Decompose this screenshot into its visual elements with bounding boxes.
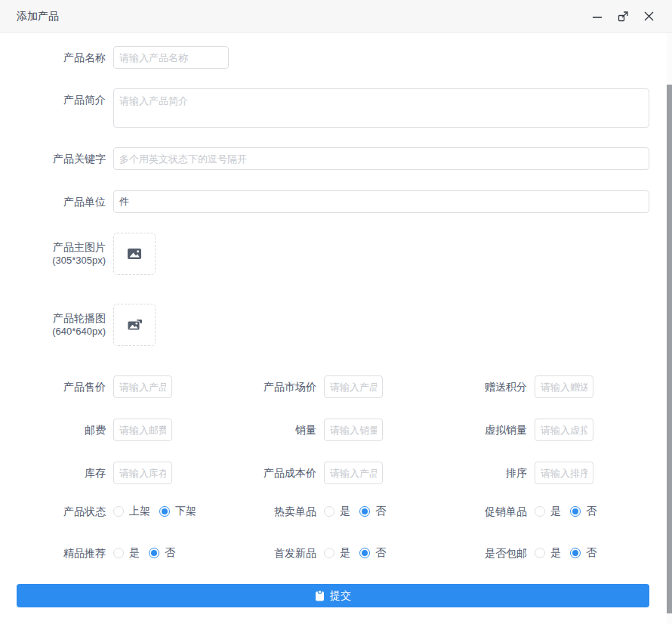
titlebar: 添加产品 bbox=[0, 0, 672, 33]
vertical-scrollbar[interactable] bbox=[667, 33, 672, 624]
radio-promo-yes[interactable]: 是 bbox=[535, 505, 561, 518]
main-image-row: 产品主图片 (305*305px) bbox=[17, 233, 649, 275]
product-keywords-label: 产品关键字 bbox=[17, 153, 106, 165]
radio-checked-icon bbox=[570, 506, 581, 517]
main-image-dims: (305*305px) bbox=[17, 254, 106, 267]
sort-input[interactable] bbox=[535, 462, 593, 484]
window-title: 添加产品 bbox=[17, 10, 59, 23]
virtual-sales-input[interactable] bbox=[535, 419, 593, 441]
main-image-label: 产品主图片 (305*305px) bbox=[17, 241, 106, 267]
sales-label: 销量 bbox=[227, 424, 316, 437]
free-shipping-group: 是否包邮 是 否 bbox=[438, 546, 649, 560]
radio-hot-no[interactable]: 否 bbox=[359, 505, 386, 518]
product-status-group: 产品状态 上架 下架 bbox=[17, 505, 227, 518]
stock-input[interactable] bbox=[113, 462, 172, 484]
product-status-label: 产品状态 bbox=[17, 505, 106, 518]
maximize-icon bbox=[618, 11, 629, 22]
cost-price-field: 产品成本价 bbox=[227, 462, 438, 484]
virtual-sales-field: 虚拟销量 bbox=[438, 419, 649, 441]
promo-item-group: 促销单品 是 否 bbox=[438, 505, 649, 518]
stock-row: 库存 产品成本价 排序 bbox=[17, 462, 649, 484]
clipboard-icon bbox=[315, 590, 325, 601]
carousel-image-upload[interactable] bbox=[113, 304, 156, 346]
cost-price-input[interactable] bbox=[324, 462, 383, 484]
minimize-button[interactable] bbox=[589, 8, 606, 25]
radio-label: 下架 bbox=[175, 505, 196, 518]
radio-label: 否 bbox=[375, 546, 386, 560]
radio-label: 否 bbox=[375, 505, 386, 518]
radio-featured-no[interactable]: 否 bbox=[149, 546, 175, 560]
radio-label: 是 bbox=[340, 546, 350, 560]
radio-label: 是 bbox=[550, 505, 561, 518]
images-stack-icon bbox=[126, 317, 143, 333]
hot-item-group: 热卖单品 是 否 bbox=[227, 505, 438, 518]
cost-price-label: 产品成本价 bbox=[227, 467, 316, 480]
maximize-button[interactable] bbox=[615, 8, 631, 25]
price-row: 产品售价 产品市场价 赠送积分 bbox=[17, 375, 649, 398]
close-button[interactable] bbox=[640, 8, 657, 25]
radio-checked-icon bbox=[359, 548, 370, 558]
radio-checked-icon bbox=[159, 506, 170, 517]
radio-checked-icon bbox=[149, 548, 159, 558]
radio-label: 否 bbox=[165, 546, 175, 560]
new-release-label: 首发新品 bbox=[227, 547, 316, 560]
featured-group: 精品推荐 是 否 bbox=[17, 546, 227, 560]
radio-status-on[interactable]: 上架 bbox=[113, 505, 150, 518]
minimize-icon bbox=[592, 11, 603, 22]
sell-price-input[interactable] bbox=[113, 375, 172, 398]
submit-button[interactable]: 提交 bbox=[17, 584, 649, 607]
gift-points-input[interactable] bbox=[535, 375, 593, 398]
product-name-row: 产品名称 bbox=[17, 46, 649, 69]
carousel-image-dims: (640*640px) bbox=[17, 325, 106, 338]
product-keywords-row: 产品关键字 bbox=[17, 147, 649, 170]
radio-checked-icon bbox=[359, 506, 370, 517]
product-name-input[interactable] bbox=[113, 46, 229, 69]
main-image-upload[interactable] bbox=[113, 233, 156, 275]
radio-featured-yes[interactable]: 是 bbox=[113, 546, 140, 560]
radio-icon bbox=[324, 548, 334, 558]
radio-label: 是 bbox=[129, 546, 140, 560]
close-icon bbox=[644, 11, 654, 21]
product-unit-row: 产品单位 bbox=[17, 190, 649, 213]
stock-label: 库存 bbox=[17, 467, 106, 480]
radio-shipping-no[interactable]: 否 bbox=[570, 546, 596, 560]
radio-new-yes[interactable]: 是 bbox=[324, 546, 350, 560]
postage-input[interactable] bbox=[113, 419, 172, 441]
promo-item-label: 促销单品 bbox=[438, 505, 527, 518]
submit-label: 提交 bbox=[330, 589, 351, 603]
image-icon bbox=[126, 246, 143, 262]
scrollbar-thumb[interactable] bbox=[667, 85, 672, 613]
radio-checked-icon bbox=[570, 548, 581, 558]
postage-label: 邮费 bbox=[17, 424, 106, 437]
product-intro-textarea[interactable] bbox=[113, 88, 649, 128]
radio-icon bbox=[113, 506, 124, 517]
radio-label: 否 bbox=[586, 505, 596, 518]
radio-label: 是 bbox=[550, 546, 561, 560]
sell-price-field: 产品售价 bbox=[17, 375, 227, 398]
product-intro-label: 产品简介 bbox=[17, 94, 106, 107]
radio-shipping-yes[interactable]: 是 bbox=[535, 546, 561, 560]
radio-promo-no[interactable]: 否 bbox=[570, 505, 596, 518]
radio-label: 否 bbox=[586, 546, 596, 560]
product-name-label: 产品名称 bbox=[17, 51, 106, 64]
product-unit-input[interactable] bbox=[113, 190, 649, 213]
window-controls bbox=[589, 8, 657, 25]
market-price-label: 产品市场价 bbox=[227, 381, 316, 394]
radio-new-no[interactable]: 否 bbox=[359, 546, 386, 560]
sort-field: 排序 bbox=[438, 462, 649, 484]
postage-row: 邮费 销量 虚拟销量 bbox=[17, 419, 649, 441]
product-keywords-input[interactable] bbox=[113, 147, 649, 170]
carousel-image-row: 产品轮播图 (640*640px) bbox=[17, 304, 649, 346]
product-unit-label: 产品单位 bbox=[17, 196, 106, 209]
hot-item-label: 热卖单品 bbox=[227, 505, 316, 518]
add-product-form: 产品名称 产品简介 产品关键字 产品单位 产品主图片 (305*305px) bbox=[0, 33, 672, 624]
add-product-window: 添加产品 产品名称 产品简介 bbox=[0, 0, 672, 624]
radio-status-off[interactable]: 下架 bbox=[159, 505, 196, 518]
postage-field: 邮费 bbox=[17, 419, 227, 441]
radio-hot-yes[interactable]: 是 bbox=[324, 505, 350, 518]
radio-icon bbox=[324, 506, 334, 517]
featured-label: 精品推荐 bbox=[17, 547, 106, 560]
radio-icon bbox=[113, 548, 124, 558]
sales-input[interactable] bbox=[324, 419, 383, 441]
market-price-input[interactable] bbox=[324, 375, 383, 398]
